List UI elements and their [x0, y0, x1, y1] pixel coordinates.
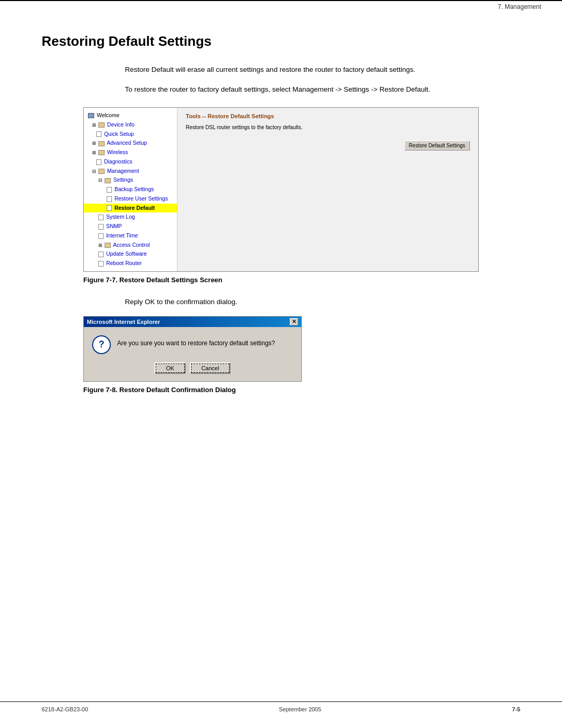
dialog-close-button[interactable]: ✕ [290, 318, 298, 325]
figure-2-caption: Figure 7-8. Restore Default Confirmation… [83, 386, 479, 394]
menu-access-control[interactable]: ⊞ Access Control [84, 241, 177, 250]
footer-page: 7-5 [512, 706, 520, 712]
paragraph-1: Restore Default will erase all current s… [125, 64, 520, 76]
page-icon [98, 261, 104, 267]
menu-wireless[interactable]: ⊞ Wireless [84, 148, 177, 157]
menu-restore-user-settings[interactable]: Restore User Settings [84, 194, 177, 204]
menu-welcome[interactable]: Welcome [84, 111, 177, 120]
menu-advanced-setup[interactable]: ⊞ Advanced Setup [84, 139, 177, 148]
menu-system-log[interactable]: System Log [84, 212, 177, 222]
folder-icon [98, 150, 105, 155]
dialog-ok-button[interactable]: OK [155, 362, 186, 374]
folder-icon [98, 122, 105, 128]
folder-icon [105, 178, 111, 183]
confirmation-dialog: Microsoft Internet Explorer ✕ ? Are you … [83, 316, 302, 382]
page-title: Restoring Default Settings [42, 33, 520, 49]
page-icon [96, 159, 101, 165]
page-icon [98, 224, 104, 230]
collapse-icon: ⊟ [98, 177, 103, 184]
footer-left: 6218-A2-GB23-00 [42, 706, 88, 712]
menu-management[interactable]: ⊟ Management [84, 167, 177, 176]
dialog-body: ? Are you sure you want to restore facto… [84, 327, 301, 360]
footer-center: September 2005 [279, 706, 321, 712]
monitor-icon [88, 113, 94, 118]
page-icon [107, 187, 112, 193]
footer: 6218-A2-GB23-00 September 2005 7-5 [0, 701, 562, 712]
page-icon [107, 196, 112, 202]
dialog-titlebar: Microsoft Internet Explorer ✕ [84, 317, 301, 327]
router-ui-screenshot: Welcome ⊞ Device Info Quick Setup ⊞ [83, 107, 479, 272]
header-section: 7. Management [0, 0, 562, 12]
router-main-description: Restore DSL router settings to the facto… [186, 124, 470, 130]
paragraph-2: To restore the router to factory default… [125, 84, 520, 95]
main-content: Restoring Default Settings Restore Defau… [0, 12, 562, 437]
dialog-title: Microsoft Internet Explorer [87, 319, 160, 325]
page-icon [98, 215, 104, 220]
menu-reboot-router[interactable]: Reboot Router [84, 259, 177, 268]
page-icon [98, 233, 104, 239]
collapse-icon: ⊟ [92, 168, 96, 175]
menu-snmp[interactable]: SNMP [84, 222, 177, 231]
figure-1-caption: Figure 7-7. Restore Default Settings Scr… [83, 276, 479, 284]
menu-settings[interactable]: ⊟ Settings [84, 175, 177, 185]
router-main-title: Tools -- Restore Default Settings [186, 113, 470, 119]
menu-update-software[interactable]: Update Software [84, 249, 177, 259]
expand-icon: ⊞ [92, 149, 96, 157]
dialog-cancel-button[interactable]: Cancel [190, 362, 231, 374]
reply-text: Reply OK to the confirmation dialog. [125, 296, 520, 308]
page-icon [107, 205, 112, 211]
menu-diagnostics[interactable]: Diagnostics [84, 157, 177, 167]
router-sidebar: Welcome ⊞ Device Info Quick Setup ⊞ [84, 108, 177, 271]
folder-icon [98, 141, 105, 146]
dialog-buttons: OK Cancel [84, 360, 301, 381]
expand-icon: ⊞ [98, 242, 103, 249]
dialog-question-icon: ? [92, 335, 111, 354]
menu-restore-default[interactable]: Restore Default [84, 204, 177, 213]
folder-icon [98, 169, 105, 174]
menu-backup-settings[interactable]: Backup Settings [84, 185, 177, 194]
expand-icon: ⊞ [92, 140, 96, 147]
restore-default-button[interactable]: Restore Default Settings [404, 141, 470, 150]
expand-icon: ⊞ [92, 122, 96, 129]
router-main-panel: Tools -- Restore Default Settings Restor… [177, 108, 478, 271]
page-icon [96, 131, 101, 137]
folder-icon [105, 243, 111, 248]
page-icon [98, 252, 104, 257]
menu-internet-time[interactable]: Internet Time [84, 231, 177, 241]
menu-device-info[interactable]: ⊞ Device Info [84, 120, 177, 130]
header-text: 7. Management [498, 3, 541, 10]
menu-quick-setup[interactable]: Quick Setup [84, 130, 177, 139]
dialog-message: Are you sure you want to restore factory… [117, 335, 275, 348]
